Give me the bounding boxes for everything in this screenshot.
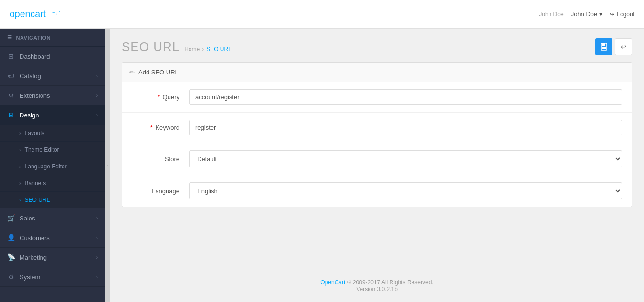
breadcrumb: Home › SEO URL xyxy=(184,46,232,52)
footer-brand-link[interactable]: OpenCart xyxy=(320,279,345,286)
dashboard-icon: ⊞ xyxy=(7,52,15,60)
sidebar-item-seo-url[interactable]: » SEO URL xyxy=(0,192,105,208)
footer-text: OpenCart © 2009-2017 All Rights Reserved… xyxy=(119,279,634,286)
breadcrumb-separator: › xyxy=(202,46,204,52)
sidebar-item-catalog[interactable]: 🏷 Catalog › xyxy=(0,66,105,86)
sidebar-item-customers[interactable]: 👤 Customers › xyxy=(0,228,105,248)
back-button[interactable]: ↩ xyxy=(615,38,632,55)
chevron-right-icon: › xyxy=(96,255,98,260)
chevron-right-icon: › xyxy=(96,274,98,280)
sidebar: ☰ NAVIGATION ⊞ Dashboard 🏷 Catalog › ⚙ E… xyxy=(0,29,105,302)
language-select[interactable]: English xyxy=(189,182,622,199)
sidebar-item-system[interactable]: ⚙ System › xyxy=(0,267,105,287)
footer: OpenCart © 2009-2017 All Rights Reserved… xyxy=(110,270,644,302)
sidebar-item-theme-editor[interactable]: » Theme Editor xyxy=(0,142,105,158)
sidebar-resize-handle[interactable]: ⋮ xyxy=(105,29,110,302)
marketing-icon: 📡 xyxy=(7,253,15,261)
pencil-icon: ✏ xyxy=(129,69,135,76)
page-title: SEO URL xyxy=(122,40,179,54)
chevron-right-icon: › xyxy=(96,93,98,98)
customers-icon: 👤 xyxy=(7,234,15,241)
save-button[interactable] xyxy=(595,38,612,55)
query-label: * Query xyxy=(132,94,189,101)
sidebar-item-language-editor[interactable]: » Language Editor xyxy=(0,158,105,175)
sidebar-item-sales[interactable]: 🛒 Sales › xyxy=(0,208,105,228)
keyword-input[interactable] xyxy=(189,120,622,135)
sidebar-item-label: Catalog xyxy=(20,73,41,80)
svg-text:opencart: opencart xyxy=(10,9,46,19)
dot-icon: » xyxy=(19,164,22,169)
svg-text:·: · xyxy=(59,9,61,14)
system-icon: ⚙ xyxy=(7,273,15,281)
language-label: Language xyxy=(132,187,189,195)
hamburger-icon: ☰ xyxy=(7,34,12,41)
sidebar-item-label: Marketing xyxy=(20,254,47,261)
design-icon: 🖥 xyxy=(7,111,15,119)
sidebar-item-label: Sales xyxy=(20,215,35,222)
header-user-label: John Doe xyxy=(539,11,563,18)
chevron-down-icon: ▾ xyxy=(599,10,602,18)
form-card: ✏ Add SEO URL * Query * Keyword xyxy=(122,62,632,207)
dot-icon: » xyxy=(19,147,22,153)
language-form-group: Language English xyxy=(122,175,632,207)
sidebar-item-label: System xyxy=(20,273,40,281)
page-actions: ↩ xyxy=(595,38,632,55)
sidebar-item-dashboard[interactable]: ⊞ Dashboard xyxy=(0,47,105,66)
logout-icon: ↪ xyxy=(610,11,614,18)
query-input[interactable] xyxy=(189,89,622,105)
form-card-header-label: Add SEO URL xyxy=(138,69,179,76)
chevron-right-icon: › xyxy=(96,216,98,221)
store-select[interactable]: Default xyxy=(189,150,622,167)
sidebar-nav-header: ☰ NAVIGATION xyxy=(0,29,105,47)
page-title-area: SEO URL Home › SEO URL xyxy=(122,40,232,54)
sidebar-item-design[interactable]: 🖥 Design › xyxy=(0,105,105,125)
logo-svg: opencart ~ · · xyxy=(10,7,67,22)
dot-icon: » xyxy=(19,198,22,203)
extensions-icon: ⚙ xyxy=(7,92,15,99)
sidebar-item-label: Extensions xyxy=(20,92,50,99)
store-label: Store xyxy=(132,156,189,163)
logo: opencart ~ · · xyxy=(10,7,67,22)
sidebar-item-label: Design xyxy=(20,112,39,119)
back-icon: ↩ xyxy=(621,43,626,51)
form-body: * Query * Keyword Store xyxy=(122,82,632,207)
query-form-group: * Query xyxy=(122,82,632,113)
sidebar-item-banners[interactable]: » Banners xyxy=(0,175,105,192)
design-sub-items: » Layouts » Theme Editor » Language Edit… xyxy=(0,125,105,208)
header-user-dropdown[interactable]: John Doe ▾ xyxy=(571,10,603,18)
main-layout: ☰ NAVIGATION ⊞ Dashboard 🏷 Catalog › ⚙ E… xyxy=(0,29,644,302)
svg-text:·: · xyxy=(55,10,57,17)
logout-button[interactable]: ↪ Logout xyxy=(610,11,634,18)
svg-rect-5 xyxy=(602,43,605,46)
chevron-right-icon: › xyxy=(96,113,98,118)
content-area: SEO URL Home › SEO URL ↩ xyxy=(110,29,644,302)
dot-icon: » xyxy=(19,181,22,186)
catalog-icon: 🏷 xyxy=(7,72,15,80)
sidebar-item-label: Dashboard xyxy=(20,53,50,60)
sidebar-item-layouts[interactable]: » Layouts xyxy=(0,125,105,142)
sidebar-item-label: Customers xyxy=(20,234,50,241)
svg-rect-6 xyxy=(602,47,606,49)
store-form-group: Store Default xyxy=(122,143,632,175)
breadcrumb-current: SEO URL xyxy=(206,46,232,52)
chevron-right-icon: › xyxy=(96,235,98,240)
keyword-label: * Keyword xyxy=(132,124,189,131)
header-right: John Doe John Doe ▾ ↪ Logout xyxy=(539,10,634,18)
svg-text:~: ~ xyxy=(52,9,55,16)
sidebar-item-marketing[interactable]: 📡 Marketing › xyxy=(0,248,105,267)
sales-icon: 🛒 xyxy=(7,214,15,222)
sidebar-item-extensions[interactable]: ⚙ Extensions › xyxy=(0,86,105,105)
save-icon xyxy=(600,43,608,51)
form-card-header: ✏ Add SEO URL xyxy=(122,63,632,82)
dot-icon: » xyxy=(19,131,22,136)
chevron-right-icon: › xyxy=(96,73,98,79)
breadcrumb-home[interactable]: Home xyxy=(184,46,200,52)
page-header: SEO URL Home › SEO URL ↩ xyxy=(110,29,644,62)
top-header: opencart ~ · · John Doe John Doe ▾ ↪ Log… xyxy=(0,0,644,29)
footer-version: Version 3.0.2.1b xyxy=(119,286,634,292)
keyword-form-group: * Keyword xyxy=(122,113,632,143)
